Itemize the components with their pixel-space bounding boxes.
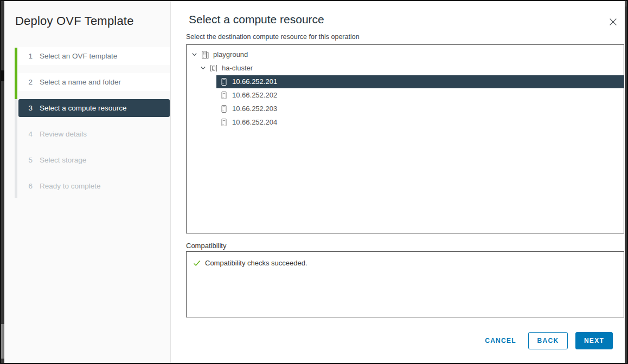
step-label: Select a compute resource [40,104,127,112]
step-label: Review details [40,130,87,138]
wizard-step-1[interactable]: 1Select an OVF template [18,47,170,65]
tree-node-label: 10.66.252.204 [232,118,277,126]
next-button[interactable]: NEXT [575,332,613,349]
step-label: Select storage [40,156,86,164]
cluster-icon [209,64,218,73]
compute-resource-tree[interactable]: playgroundha-cluster10.66.252.20110.66.2… [186,44,624,233]
tree-node-label: 10.66.252.201 [232,77,277,86]
wizard-step-6[interactable]: 6Ready to complete [18,177,170,195]
step-label: Select a name and folder [40,78,121,86]
tree-node-selected-band: 10.66.252.201 [216,75,624,88]
host-icon [220,105,228,113]
dialog-title: Deploy OVF Template [15,14,134,28]
tree-node-playground[interactable]: playground [187,48,624,61]
step-number: 3 [27,104,33,112]
tree-node-label: playground [213,50,248,58]
compatibility-label: Compatibility [186,242,226,250]
tree-node-10.66.252.201[interactable]: 10.66.252.201 [187,75,624,88]
step-label: Select an OVF template [40,52,117,60]
tree-node-band: 10.66.252.202 [216,89,277,102]
background-left-light-block [0,324,4,359]
tree-node-10.66.252.204[interactable]: 10.66.252.204 [187,115,624,129]
step-number: 1 [27,52,33,60]
background-left-strip [0,0,4,364]
check-icon [193,259,201,267]
datacenter-icon [201,50,209,59]
compatibility-status-row: Compatibility checks succeeded. [187,252,624,267]
background-right-strip [625,0,628,364]
step-number: 4 [27,130,33,138]
compatibility-panel: Compatibility checks succeeded. [186,251,624,317]
wizard-sidebar: Deploy OVF Template 1Select an OVF templ… [4,1,171,363]
tree-node-label: ha-cluster [222,64,253,72]
tree-node-10.66.252.202[interactable]: 10.66.252.202 [187,88,624,102]
compatibility-message: Compatibility checks succeeded. [205,259,307,267]
deploy-ovf-template-dialog: Deploy OVF Template 1Select an OVF templ… [4,1,625,363]
tree-node-ha-cluster[interactable]: ha-cluster [187,61,624,75]
tree-node-band: 10.66.252.204 [216,116,277,129]
tree-node-band: ha-cluster [197,62,253,75]
chevron-down-icon[interactable] [200,65,206,71]
step-number: 5 [27,156,33,164]
back-button[interactable]: BACK [528,332,568,349]
close-icon[interactable] [607,16,618,27]
host-icon [220,77,228,86]
page-title: Select a compute resource [189,13,324,26]
progress-rail-completed [15,48,17,99]
dialog-footer: CANCEL BACK NEXT [483,332,613,349]
background-right-top-block [625,0,628,6]
step-label: Ready to complete [40,182,101,190]
progress-rail-remaining [15,99,17,198]
wizard-step-2[interactable]: 2Select a name and folder [18,73,170,91]
tree-node-label: 10.66.252.202 [232,91,277,99]
tree-node-label: 10.66.252.203 [232,105,277,113]
screenshot-root: Deploy OVF Template 1Select an OVF templ… [0,0,628,364]
page-subtitle: Select the destination compute resource … [186,33,360,41]
background-left-dark-block [0,70,4,81]
step-number: 6 [27,182,33,190]
wizard-steps: 1Select an OVF template2Select a name an… [18,47,170,203]
host-icon [220,118,228,127]
tree-node-10.66.252.203[interactable]: 10.66.252.203 [187,102,624,115]
cancel-button[interactable]: CANCEL [483,332,518,349]
chevron-down-icon[interactable] [191,51,197,57]
tree-node-band: 10.66.252.203 [216,102,277,115]
wizard-step-4[interactable]: 4Review details [18,125,170,143]
step-number: 2 [27,78,33,86]
wizard-step-3[interactable]: 3Select a compute resource [18,99,170,117]
wizard-step-5[interactable]: 5Select storage [18,151,170,169]
tree-node-band: playground [188,48,248,61]
host-icon [220,91,228,100]
